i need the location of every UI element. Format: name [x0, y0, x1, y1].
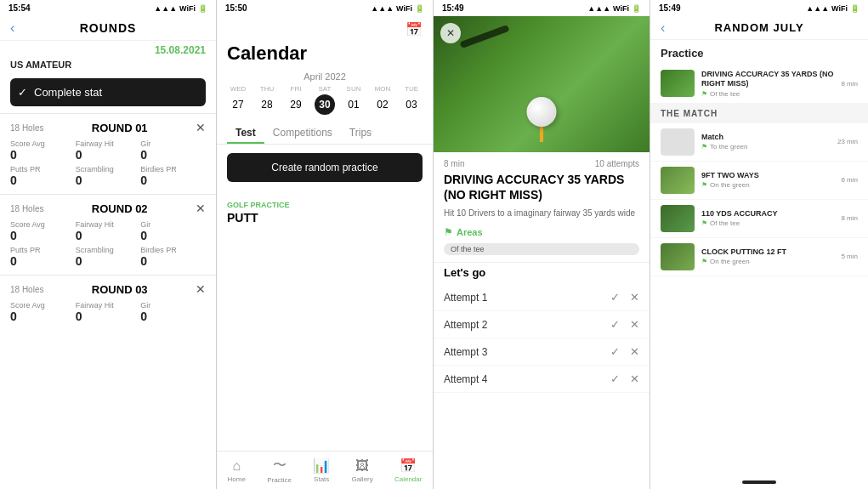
create-random-button[interactable]: Create random practice: [227, 153, 423, 182]
complete-stat-button[interactable]: ✓ Complete stat: [10, 78, 206, 106]
tab-trips[interactable]: Trips: [341, 122, 380, 144]
tab-test[interactable]: Test: [227, 122, 264, 144]
status-icons-4: ▲▲▲ WiFi 🔋: [806, 4, 859, 13]
nav-gallery[interactable]: 🖼 Gallery: [351, 458, 372, 483]
nav-home-label: Home: [228, 475, 246, 483]
score-avg-label-1: Score Avg: [10, 139, 45, 148]
stat-gir-3: Gir 0: [140, 301, 206, 323]
tab-competitions[interactable]: Competitions: [264, 122, 341, 144]
attempt-3-actions: ✓ ✕: [610, 345, 639, 358]
cal-day-thu[interactable]: THU 28: [257, 85, 277, 115]
cal-day-sun[interactable]: SUN 01: [343, 85, 364, 115]
cal-day-wed[interactable]: WED 27: [228, 85, 248, 115]
match-thumb-3: [661, 243, 695, 270]
stat-fairway-3: Fairway Hit 0: [76, 301, 141, 323]
match-sub-1: ⚑ On the green: [701, 181, 834, 189]
golf-practice-value: PUTT: [217, 211, 433, 225]
area-tag: Of the tee: [444, 243, 639, 255]
nav-home[interactable]: ⌂ Home: [228, 458, 246, 483]
attempt-3-check[interactable]: ✓: [610, 345, 620, 358]
fairway-value-1: 0: [76, 148, 82, 162]
status-bar-1: 15:54 ▲▲▲ WiFi 🔋: [0, 0, 216, 16]
match-info-1: 9FT TWO WAYS ⚑ On the green: [701, 171, 834, 190]
attempt-1-check[interactable]: ✓: [610, 291, 620, 304]
round-holes-2: 18 Holes: [10, 204, 43, 213]
attempt-4-x[interactable]: ✕: [630, 372, 639, 385]
round-stats-2: Score Avg 0 Fairway Hit 0 Gir 0 Putts PR…: [10, 220, 206, 268]
match-flag-1: ⚑: [701, 181, 707, 189]
match-info-2: 110 YDS ACCURACY ⚑ Of the tee: [701, 209, 834, 228]
attempt-row-2: Attempt 2 ✓ ✕: [434, 311, 650, 338]
attempt-1-label: Attempt 1: [444, 292, 487, 304]
nav-calendar[interactable]: 📅 Calendar: [394, 458, 422, 483]
practice-section-title: Practice: [650, 40, 868, 65]
match-item-1[interactable]: 9FT TWO WAYS ⚑ On the green 6 min: [650, 162, 868, 200]
round-header-2: 18 Holes ROUND 02 ✕: [10, 202, 206, 215]
round-title-2: ROUND 02: [92, 202, 148, 215]
match-flag-3: ⚑: [701, 258, 707, 265]
status-bar-4: 15:49 ▲▲▲ WiFi 🔋: [650, 0, 868, 16]
round-close-2[interactable]: ✕: [196, 202, 206, 215]
match-item-2[interactable]: 110 YDS ACCURACY ⚑ Of the tee 8 min: [650, 200, 868, 238]
golf-tee: [540, 125, 543, 142]
match-item-0[interactable]: Match ⚑ To the green 23 min: [650, 123, 868, 162]
match-duration-0: 23 min: [837, 138, 858, 145]
attempt-2-x[interactable]: ✕: [630, 318, 639, 331]
drill-image: ✕: [434, 16, 650, 152]
stat-scrambling-1: Scrambling 0: [76, 165, 141, 187]
rounds-header: ‹ ROUNDS: [0, 16, 216, 41]
nav-stats-label: Stats: [314, 475, 329, 483]
bottom-nav: ⌂ Home 〜 Practice 📊 Stats 🖼 Gallery 📅 Ca…: [217, 451, 433, 489]
drill-areas: ⚑ Areas: [434, 226, 650, 243]
phone-driving: 15:49 ▲▲▲ WiFi 🔋 ✕ 8 min 10 attempts DRI…: [434, 0, 650, 489]
putts-label-1: Putts PR: [10, 165, 41, 173]
cal-day-fri[interactable]: FRI 29: [286, 85, 306, 115]
round-close-1[interactable]: ✕: [196, 121, 206, 134]
flag-icon: ⚑: [444, 226, 453, 238]
match-info-0: Match ⚑ To the green: [701, 133, 831, 151]
stat-birdies-1: Birdies PR 0: [140, 165, 206, 187]
stat-fairway-1: Fairway Hit 0: [76, 139, 141, 162]
attempt-row-4: Attempt 4 ✓ ✕: [434, 366, 650, 393]
nav-practice-label: Practice: [267, 476, 292, 484]
golf-scene: [434, 16, 650, 152]
attempt-4-label: Attempt 4: [444, 373, 487, 385]
close-overlay-button[interactable]: ✕: [440, 23, 461, 43]
round-section-1: 18 Holes ROUND 01 ✕ Score Avg 0 Fairway …: [0, 113, 216, 194]
attempt-2-check[interactable]: ✓: [610, 318, 620, 331]
match-name-1: 9FT TWO WAYS: [701, 171, 834, 180]
rounds-date: 15.08.2021: [0, 41, 216, 58]
check-icon: ✓: [18, 86, 27, 99]
cal-day-sat[interactable]: SAT 30: [315, 85, 335, 115]
practice-icon: 〜: [273, 457, 286, 475]
stat-gir-2: Gir 0: [140, 220, 206, 242]
cal-day-tue[interactable]: TUE 03: [401, 85, 422, 115]
attempt-1-x[interactable]: ✕: [630, 291, 639, 304]
round-section-3: 18 Holes ROUND 03 ✕ Score Avg 0 Fairway …: [0, 275, 216, 330]
nav-practice[interactable]: 〜 Practice: [267, 457, 292, 484]
stat-birdies-2: Birdies PR 0: [140, 246, 206, 268]
calendar-header: 📅: [217, 16, 433, 43]
calendar-month: April 2022: [217, 71, 433, 82]
nav-gallery-label: Gallery: [351, 475, 372, 483]
attempt-4-check[interactable]: ✓: [610, 372, 620, 385]
score-avg-value-1: 0: [10, 148, 17, 162]
drill-title: DRIVING ACCURACY 35 YARDS (NO RIGHT MISS…: [434, 172, 650, 208]
match-item-3[interactable]: CLOCK PUTTING 12 FT ⚑ On the green 5 min: [650, 238, 868, 276]
back-arrow-icon[interactable]: ‹: [10, 20, 14, 36]
practice-name-1: DRIVING ACCURACY 35 YARDS (NO RIGHT MISS…: [701, 70, 834, 88]
nav-calendar-label: Calendar: [394, 475, 422, 483]
round-close-3[interactable]: ✕: [196, 282, 206, 296]
back-arrow-4-icon[interactable]: ‹: [661, 20, 665, 36]
match-flag-0: ⚑: [701, 143, 707, 151]
complete-stat-label: Complete stat: [34, 86, 102, 99]
round-section-2: 18 Holes ROUND 02 ✕ Score Avg 0 Fairway …: [0, 194, 216, 275]
round-header-3: 18 Holes ROUND 03 ✕: [10, 282, 206, 296]
phone-random-july: 15:49 ▲▲▲ WiFi 🔋 ‹ RANDOM JULY Practice …: [650, 0, 868, 489]
attempt-3-x[interactable]: ✕: [630, 345, 639, 358]
golf-club: [459, 25, 509, 48]
practice-item-1[interactable]: DRIVING ACCURACY 35 YARDS (NO RIGHT MISS…: [650, 65, 868, 104]
cal-day-mon[interactable]: MON 02: [372, 85, 393, 115]
match-duration-1: 6 min: [841, 176, 858, 184]
nav-stats[interactable]: 📊 Stats: [313, 458, 330, 483]
